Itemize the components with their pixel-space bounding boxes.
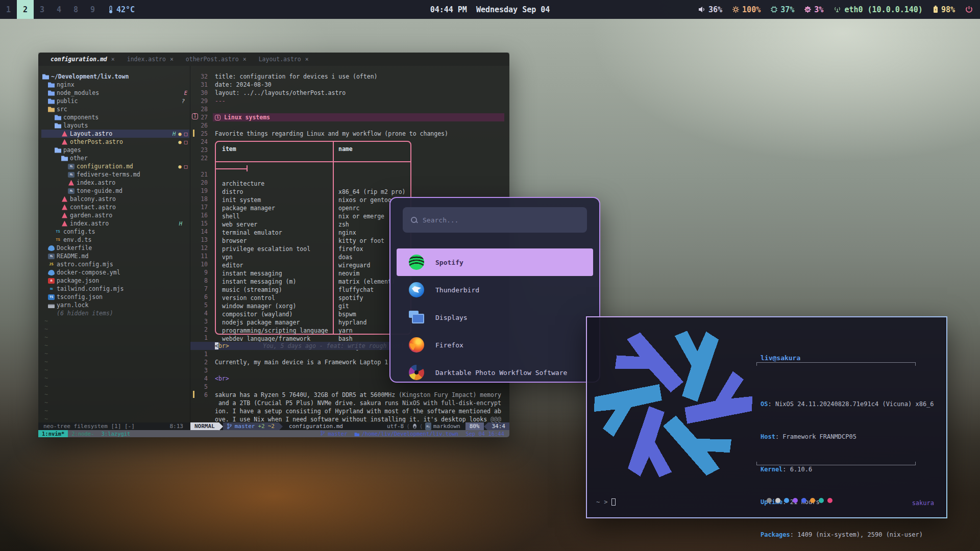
- text-cursor: <: [215, 342, 218, 349]
- tree-item[interactable]: configuration.md ●□: [41, 162, 189, 170]
- brightness-indicator[interactable]: 100%: [732, 5, 761, 14]
- paragraph-text: and a 2TB (Crucial P5 Plus) NVMe drive. …: [215, 399, 501, 407]
- git-status-marks: H: [179, 219, 187, 228]
- tree-item[interactable]: pages: [41, 146, 189, 154]
- tree-item[interactable]: astro.config.mjs: [41, 260, 189, 268]
- tmux-cwd: /home/liv/Development/liv.town: [354, 430, 458, 437]
- workspace-button[interactable]: 8: [67, 0, 84, 19]
- tree-item[interactable]: README.md: [41, 252, 189, 260]
- table-row: instant messaging matrix (element): [216, 261, 410, 269]
- tree-item[interactable]: index.astro: [41, 179, 189, 187]
- app-list-item[interactable]: Spotify: [390, 248, 599, 276]
- tree-item[interactable]: otherPost.astro ●□: [41, 138, 189, 146]
- tree-item[interactable]: env.d.ts: [41, 236, 189, 244]
- network-indicator[interactable]: eth0 (10.0.0.140): [834, 5, 923, 14]
- color-dot: [784, 498, 789, 503]
- app-label: Spotify: [435, 259, 463, 266]
- gpu-icon: GN: [804, 6, 811, 13]
- tree-item[interactable]: tsconfig.json: [41, 293, 189, 301]
- tree-item[interactable]: node_modules E: [41, 89, 189, 97]
- table-row: package manager nix or emerge: [216, 196, 410, 204]
- fetch-terminal-window[interactable]: liv@sakura OSNixOS 24.11.20240828.71e91c…: [586, 316, 947, 518]
- tree-item[interactable]: garden.astro: [41, 211, 189, 219]
- tree-item[interactable]: nginx: [41, 81, 189, 89]
- cursor-position: 34:4: [488, 422, 510, 430]
- table-row: webdev language/framework astrojs: [216, 327, 410, 335]
- tree-item[interactable]: balcony.astro: [41, 195, 189, 203]
- tree-item[interactable]: config.ts: [41, 228, 189, 236]
- powerline-arrow: [484, 422, 488, 431]
- app-launcher[interactable]: Search... Spotify Thunderbird Displays: [389, 197, 600, 383]
- workspace-button[interactable]: 1: [0, 0, 17, 19]
- table-row: programming/scripting language bash: [216, 318, 410, 327]
- frontmatter-title: title: configuration for devices i use (…: [215, 72, 378, 81]
- battery-indicator[interactable]: 98%: [933, 5, 955, 14]
- file-icon: [48, 254, 55, 259]
- tmux-window-2[interactable]: 2:node-: [68, 430, 97, 437]
- user-host: liv@sakura: [761, 354, 934, 362]
- search-input[interactable]: Search...: [403, 207, 587, 233]
- editor-tab[interactable]: Layout.astro ×: [254, 56, 311, 63]
- search-placeholder: Search...: [423, 216, 458, 224]
- br-tag: <br>: [215, 374, 229, 383]
- file-icon: [48, 90, 55, 96]
- workspace-switcher: 123489: [0, 0, 101, 19]
- workspace-button[interactable]: 9: [84, 0, 101, 19]
- tab-close-icon[interactable]: ×: [243, 56, 247, 63]
- file-icon: [48, 286, 55, 292]
- tree-item[interactable]: Layout.astro H●□: [41, 130, 189, 138]
- paragraph-text: ion. I have a setup consisting of Hyprla…: [215, 407, 501, 415]
- editor-tab[interactable]: configuration.md ×: [45, 56, 117, 63]
- tab-close-icon[interactable]: ×: [111, 56, 115, 63]
- tree-item[interactable]: (6 hidden items): [41, 309, 189, 317]
- git-status-marks: ?: [179, 97, 187, 105]
- tab-label: index.astro: [127, 56, 166, 63]
- info-box-bottom: [756, 462, 916, 465]
- tmux-window-1[interactable]: 1:nvim*: [38, 430, 68, 437]
- workspace-button[interactable]: 4: [51, 0, 67, 19]
- gpu-indicator[interactable]: GN3%: [804, 5, 823, 14]
- tree-item[interactable]: Dockerfile: [41, 244, 189, 252]
- shell-prompt[interactable]: ~ >: [596, 498, 616, 506]
- frontmatter-date: date: 2024-08-30: [215, 81, 272, 89]
- battery-icon: [933, 6, 938, 13]
- tree-item[interactable]: tailwind.config.mjs: [41, 285, 189, 293]
- tree-item[interactable]: yarn.lock: [41, 301, 189, 309]
- tree-item[interactable]: public ?: [41, 97, 189, 105]
- tree-item[interactable]: tone-guide.md: [41, 187, 189, 195]
- tree-item[interactable]: index.astro H: [41, 219, 189, 228]
- tree-item[interactable]: contact.astro: [41, 203, 189, 211]
- tree-item[interactable]: components: [41, 113, 189, 121]
- app-list-item[interactable]: Displays: [390, 304, 599, 331]
- git-segment: master +2 ~2: [223, 422, 279, 430]
- tree-item[interactable]: src: [41, 105, 189, 113]
- tree-item[interactable]: ~/Development/liv.town: [41, 72, 189, 81]
- file-icon: [55, 123, 61, 129]
- tree-item[interactable]: docker-compose.yml: [41, 268, 189, 277]
- tree-item[interactable]: layouts: [41, 121, 189, 130]
- tmux-window-3[interactable]: 3:lazygit: [98, 430, 134, 437]
- workspace-button[interactable]: 3: [34, 0, 51, 19]
- info-field: OSNixOS 24.11.20240828.71e91c4 (Vicuna) …: [761, 400, 934, 408]
- power-button[interactable]: [965, 6, 973, 13]
- file-icon: [48, 311, 55, 316]
- info-field: Packages1409 (nix-system), 2590 (nix-use…: [761, 531, 934, 539]
- workspace-button[interactable]: 2: [17, 0, 34, 19]
- editor-tab[interactable]: otherPost.astro ×: [181, 56, 249, 63]
- editor-tabbar: configuration.md × index.astro × otherPo…: [38, 53, 509, 66]
- tree-item[interactable]: other: [41, 154, 189, 162]
- editor-tab[interactable]: index.astro ×: [122, 56, 176, 63]
- app-list-item[interactable]: Thunderbird: [390, 276, 599, 304]
- cpu-indicator[interactable]: 37%: [771, 5, 794, 14]
- app-list-item[interactable]: Darktable Photo Workflow Software: [390, 359, 599, 383]
- tab-close-icon[interactable]: ×: [170, 56, 174, 63]
- tree-item[interactable]: package.json: [41, 277, 189, 285]
- tmux-statusbar: 1:nvim* 2:node- 3:lazygit master /home/l…: [38, 430, 509, 437]
- cpu-icon: [771, 6, 777, 13]
- table-row: browser firefox: [216, 229, 410, 237]
- app-list-item[interactable]: Firefox: [390, 331, 599, 359]
- git-status-marks: ●□: [176, 162, 187, 170]
- volume-indicator[interactable]: 36%: [698, 5, 722, 14]
- tree-item[interactable]: fediverse-terms.md: [41, 170, 189, 179]
- tab-close-icon[interactable]: ×: [305, 56, 309, 63]
